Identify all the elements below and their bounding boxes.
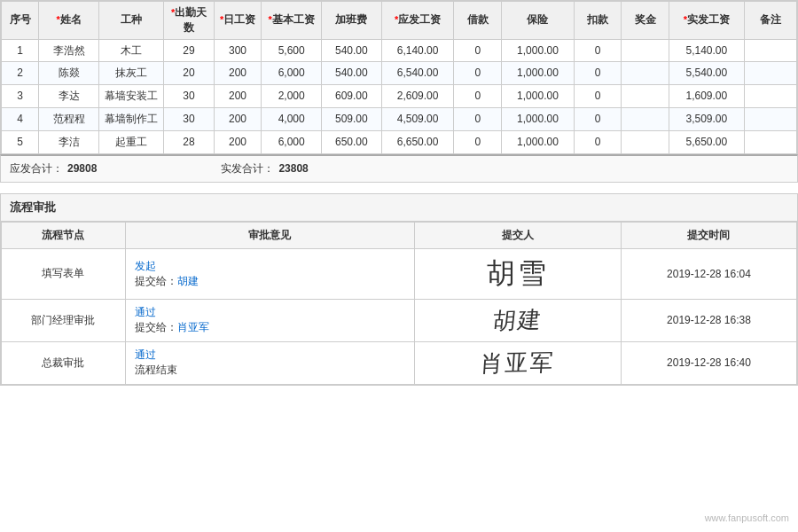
salary-table-wrapper: 序号 *姓名 工种 *出勤天数 *日工资 *基本工资 加班费 *应发工资 借款 …	[0, 0, 798, 154]
col-header-deduct: 扣款	[574, 2, 622, 40]
cell-type: 幕墙制作工	[98, 107, 163, 130]
cell-seq: 4	[2, 107, 39, 130]
cell-loan: 0	[454, 39, 502, 62]
cell-actual: 3,509.00	[669, 107, 745, 130]
wf-submitter: 胡雪	[414, 248, 621, 299]
wf-opinion-status: 通过	[135, 348, 156, 361]
workflow-row: 总裁审批通过流程结束肖亚军2019-12-28 16:40	[2, 341, 797, 384]
cell-overtime: 650.00	[322, 130, 382, 153]
cell-base: 2,000	[262, 85, 322, 108]
wf-time: 2019-12-28 16:38	[621, 299, 796, 341]
cell-bonus	[622, 107, 669, 130]
cell-overtime: 540.00	[322, 39, 382, 62]
cell-base: 5,600	[262, 39, 322, 62]
col-header-insurance: 保险	[502, 2, 575, 40]
cell-loan: 0	[454, 107, 502, 130]
cell-should: 6,650.00	[381, 130, 454, 153]
workflow-table: 流程节点 审批意见 提交人 提交时间 填写表单发起提交给：胡建胡雪2019-12…	[1, 222, 797, 385]
cell-days: 20	[164, 62, 214, 85]
summary-should-value: 29808	[67, 162, 97, 175]
cell-deduct: 0	[574, 130, 622, 153]
wf-opinion-detail: 流程结束	[135, 364, 177, 376]
table-row: 3李达幕墙安装工302002,000609.002,609.0001,000.0…	[2, 85, 797, 108]
col-header-actual: *实发工资	[669, 2, 745, 40]
wf-node: 部门经理审批	[2, 299, 126, 341]
cell-insurance: 1,000.00	[502, 107, 575, 130]
cell-remark	[744, 39, 796, 62]
cell-remark	[744, 107, 796, 130]
cell-name: 范程程	[39, 107, 99, 130]
cell-name: 李洁	[39, 130, 99, 153]
cell-remark	[744, 85, 796, 108]
table-row: 2陈燚抹灰工202006,000540.006,540.0001,000.000…	[2, 62, 797, 85]
cell-days: 29	[164, 39, 214, 62]
cell-overtime: 509.00	[322, 107, 382, 130]
wf-submitter: 肖亚军	[414, 341, 621, 384]
col-header-base: *基本工资	[262, 2, 322, 40]
cell-days: 30	[164, 85, 214, 108]
cell-daily: 200	[214, 62, 262, 85]
cell-daily: 200	[214, 85, 262, 108]
cell-type: 木工	[98, 39, 163, 62]
wf-opinion-detail: 提交给：肖亚军	[135, 321, 209, 333]
signature: 胡建	[491, 304, 544, 337]
table-row: 1李浩然木工293005,600540.006,140.0001,000.000…	[2, 39, 797, 62]
workflow-row: 部门经理审批通过提交给：肖亚军胡建2019-12-28 16:38	[2, 299, 797, 341]
cell-insurance: 1,000.00	[502, 85, 575, 108]
col-header-seq: 序号	[2, 2, 39, 40]
table-row: 5李洁起重工282006,000650.006,650.0001,000.000…	[2, 130, 797, 153]
wf-node: 填写表单	[2, 248, 126, 299]
signature: 肖亚军	[480, 347, 557, 379]
cell-actual: 1,609.00	[669, 85, 745, 108]
wf-submitter: 胡建	[414, 299, 621, 341]
cell-base: 6,000	[262, 130, 322, 153]
cell-base: 4,000	[262, 107, 322, 130]
salary-table: 序号 *姓名 工种 *出勤天数 *日工资 *基本工资 加班费 *应发工资 借款 …	[1, 1, 797, 154]
cell-insurance: 1,000.00	[502, 62, 575, 85]
cell-should: 2,609.00	[381, 85, 454, 108]
cell-daily: 200	[214, 130, 262, 153]
wf-col-opinion: 审批意见	[125, 222, 414, 248]
cell-seq: 5	[2, 130, 39, 153]
wf-opinion: 通过提交给：肖亚军	[125, 299, 414, 341]
cell-deduct: 0	[574, 39, 622, 62]
summary-actual: 实发合计： 23808	[221, 161, 308, 176]
summary-actual-value: 23808	[278, 162, 308, 175]
cell-deduct: 0	[574, 62, 622, 85]
col-header-name: *姓名	[39, 2, 99, 40]
wf-time: 2019-12-28 16:40	[621, 341, 796, 384]
cell-bonus	[622, 130, 669, 153]
workflow-section: 流程审批 流程节点 审批意见 提交人 提交时间 填写表单发起提交给：胡建胡雪20…	[0, 193, 798, 386]
cell-days: 28	[164, 130, 214, 153]
cell-should: 6,540.00	[381, 62, 454, 85]
cell-deduct: 0	[574, 85, 622, 108]
cell-seq: 3	[2, 85, 39, 108]
cell-insurance: 1,000.00	[502, 130, 575, 153]
cell-should: 4,509.00	[381, 107, 454, 130]
cell-name: 李浩然	[39, 39, 99, 62]
summary-row: 应发合计： 29808 实发合计： 23808	[0, 154, 798, 183]
workflow-header-row: 流程节点 审批意见 提交人 提交时间	[2, 222, 797, 248]
cell-bonus	[622, 85, 669, 108]
cell-loan: 0	[454, 62, 502, 85]
cell-actual: 5,650.00	[669, 130, 745, 153]
workflow-title: 流程审批	[1, 194, 797, 222]
cell-type: 幕墙安装工	[98, 85, 163, 108]
wf-opinion-detail: 提交给：胡建	[135, 275, 199, 287]
cell-overtime: 609.00	[322, 85, 382, 108]
summary-should: 应发合计： 29808	[10, 161, 97, 176]
cell-daily: 300	[214, 39, 262, 62]
wf-time: 2019-12-28 16:04	[621, 248, 796, 299]
cell-bonus	[622, 39, 669, 62]
cell-base: 6,000	[262, 62, 322, 85]
cell-deduct: 0	[574, 107, 622, 130]
summary-should-label: 应发合计：	[10, 161, 63, 176]
col-header-bonus: 奖金	[622, 2, 669, 40]
summary-actual-label: 实发合计：	[221, 161, 274, 176]
cell-seq: 1	[2, 39, 39, 62]
col-header-overtime: 加班费	[322, 2, 382, 40]
cell-overtime: 540.00	[322, 62, 382, 85]
table-row: 4范程程幕墙制作工302004,000509.004,509.0001,000.…	[2, 107, 797, 130]
cell-daily: 200	[214, 107, 262, 130]
wf-col-node: 流程节点	[2, 222, 126, 248]
